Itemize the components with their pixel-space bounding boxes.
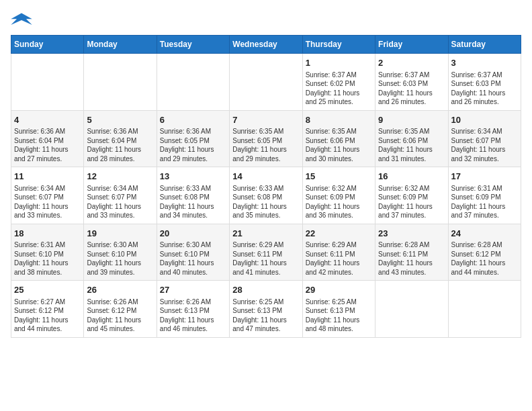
day-number: 19	[87, 228, 153, 240]
cell-content: Sunrise: 6:30 AM Sunset: 6:10 PM Dayligh…	[160, 240, 226, 277]
day-number: 3	[451, 57, 518, 69]
calendar-cell: 17Sunrise: 6:31 AM Sunset: 6:09 PM Dayli…	[448, 167, 521, 224]
day-number: 7	[232, 114, 299, 126]
calendar-cell: 20Sunrise: 6:30 AM Sunset: 6:10 PM Dayli…	[157, 224, 229, 281]
day-number: 10	[451, 114, 518, 126]
cell-content: Sunrise: 6:36 AM Sunset: 6:05 PM Dayligh…	[160, 127, 226, 163]
cell-content: Sunrise: 6:36 AM Sunset: 6:04 PM Dayligh…	[14, 127, 81, 163]
calendar-cell: 13Sunrise: 6:33 AM Sunset: 6:08 PM Dayli…	[157, 167, 229, 224]
cell-content: Sunrise: 6:35 AM Sunset: 6:05 PM Dayligh…	[232, 127, 299, 163]
weekday-header-saturday: Saturday	[448, 36, 521, 54]
calendar-cell	[375, 281, 448, 338]
cell-content: Sunrise: 6:35 AM Sunset: 6:06 PM Dayligh…	[378, 127, 445, 163]
calendar-cell: 24Sunrise: 6:28 AM Sunset: 6:12 PM Dayli…	[448, 224, 521, 281]
day-number: 9	[378, 114, 445, 126]
cell-content: Sunrise: 6:34 AM Sunset: 6:07 PM Dayligh…	[87, 184, 153, 220]
cell-content: Sunrise: 6:28 AM Sunset: 6:11 PM Dayligh…	[378, 240, 445, 277]
day-number: 12	[87, 171, 153, 183]
day-number: 18	[14, 228, 81, 240]
day-number: 14	[232, 171, 299, 183]
calendar-cell: 23Sunrise: 6:28 AM Sunset: 6:11 PM Dayli…	[375, 224, 448, 281]
calendar-cell	[157, 54, 229, 111]
calendar-table: SundayMondayTuesdayWednesdayThursdayFrid…	[11, 35, 521, 338]
cell-content: Sunrise: 6:31 AM Sunset: 6:09 PM Dayligh…	[451, 184, 518, 220]
cell-content: Sunrise: 6:28 AM Sunset: 6:12 PM Dayligh…	[451, 240, 518, 277]
calendar-cell: 11Sunrise: 6:34 AM Sunset: 6:07 PM Dayli…	[11, 167, 84, 224]
cell-content: Sunrise: 6:29 AM Sunset: 6:11 PM Dayligh…	[306, 240, 372, 277]
calendar-cell: 22Sunrise: 6:29 AM Sunset: 6:11 PM Dayli…	[302, 224, 375, 281]
day-number: 1	[306, 57, 372, 69]
calendar-cell: 14Sunrise: 6:33 AM Sunset: 6:08 PM Dayli…	[230, 167, 302, 224]
day-number: 20	[160, 228, 226, 240]
day-number: 27	[160, 284, 226, 296]
day-number: 2	[378, 57, 445, 69]
cell-content: Sunrise: 6:29 AM Sunset: 6:11 PM Dayligh…	[232, 240, 299, 277]
calendar-cell: 15Sunrise: 6:32 AM Sunset: 6:09 PM Dayli…	[302, 167, 375, 224]
cell-content: Sunrise: 6:25 AM Sunset: 6:13 PM Dayligh…	[306, 298, 372, 334]
cell-content: Sunrise: 6:35 AM Sunset: 6:06 PM Dayligh…	[306, 127, 372, 163]
cell-content: Sunrise: 6:37 AM Sunset: 6:02 PM Dayligh…	[306, 71, 372, 107]
weekday-header-friday: Friday	[375, 36, 448, 54]
calendar-cell: 18Sunrise: 6:31 AM Sunset: 6:10 PM Dayli…	[11, 224, 84, 281]
cell-content: Sunrise: 6:34 AM Sunset: 6:07 PM Dayligh…	[14, 184, 81, 220]
day-number: 28	[232, 284, 299, 296]
weekday-header-sunday: Sunday	[11, 36, 84, 54]
day-number: 13	[160, 171, 226, 183]
calendar-cell	[84, 54, 157, 111]
weekday-header-tuesday: Tuesday	[157, 36, 229, 54]
cell-content: Sunrise: 6:27 AM Sunset: 6:12 PM Dayligh…	[14, 298, 81, 334]
calendar-cell: 19Sunrise: 6:30 AM Sunset: 6:10 PM Dayli…	[84, 224, 157, 281]
logo	[11, 11, 35, 30]
weekday-header-wednesday: Wednesday	[230, 36, 302, 54]
calendar-cell	[230, 54, 302, 111]
calendar-cell: 10Sunrise: 6:34 AM Sunset: 6:07 PM Dayli…	[448, 110, 521, 167]
cell-content: Sunrise: 6:30 AM Sunset: 6:10 PM Dayligh…	[87, 240, 153, 277]
logo-icon	[11, 11, 32, 30]
day-number: 22	[306, 228, 372, 240]
day-number: 25	[14, 284, 81, 296]
calendar-cell: 8Sunrise: 6:35 AM Sunset: 6:06 PM Daylig…	[302, 110, 375, 167]
calendar-cell: 28Sunrise: 6:25 AM Sunset: 6:13 PM Dayli…	[230, 281, 302, 338]
calendar-cell: 7Sunrise: 6:35 AM Sunset: 6:05 PM Daylig…	[230, 110, 302, 167]
cell-content: Sunrise: 6:36 AM Sunset: 6:04 PM Dayligh…	[87, 127, 153, 163]
day-number: 4	[14, 114, 81, 126]
cell-content: Sunrise: 6:33 AM Sunset: 6:08 PM Dayligh…	[160, 184, 226, 220]
day-number: 23	[378, 228, 445, 240]
cell-content: Sunrise: 6:37 AM Sunset: 6:03 PM Dayligh…	[451, 71, 518, 107]
calendar-row-4: 25Sunrise: 6:27 AM Sunset: 6:12 PM Dayli…	[11, 281, 521, 338]
day-number: 5	[87, 114, 153, 126]
day-number: 16	[378, 171, 445, 183]
calendar-cell: 29Sunrise: 6:25 AM Sunset: 6:13 PM Dayli…	[302, 281, 375, 338]
cell-content: Sunrise: 6:33 AM Sunset: 6:08 PM Dayligh…	[232, 184, 299, 220]
calendar-cell: 26Sunrise: 6:26 AM Sunset: 6:12 PM Dayli…	[84, 281, 157, 338]
day-number: 11	[14, 171, 81, 183]
calendar-row-2: 11Sunrise: 6:34 AM Sunset: 6:07 PM Dayli…	[11, 167, 521, 224]
calendar-cell: 1Sunrise: 6:37 AM Sunset: 6:02 PM Daylig…	[302, 54, 375, 111]
day-number: 17	[451, 171, 518, 183]
cell-content: Sunrise: 6:34 AM Sunset: 6:07 PM Dayligh…	[451, 127, 518, 163]
cell-content: Sunrise: 6:37 AM Sunset: 6:03 PM Dayligh…	[378, 71, 445, 107]
cell-content: Sunrise: 6:26 AM Sunset: 6:12 PM Dayligh…	[87, 298, 153, 334]
header	[11, 11, 521, 30]
calendar-cell: 12Sunrise: 6:34 AM Sunset: 6:07 PM Dayli…	[84, 167, 157, 224]
calendar-cell: 3Sunrise: 6:37 AM Sunset: 6:03 PM Daylig…	[448, 54, 521, 111]
calendar-cell: 25Sunrise: 6:27 AM Sunset: 6:12 PM Dayli…	[11, 281, 84, 338]
calendar-row-0: 1Sunrise: 6:37 AM Sunset: 6:02 PM Daylig…	[11, 54, 521, 111]
day-number: 24	[451, 228, 518, 240]
day-number: 6	[160, 114, 226, 126]
day-number: 15	[306, 171, 372, 183]
calendar-cell: 4Sunrise: 6:36 AM Sunset: 6:04 PM Daylig…	[11, 110, 84, 167]
calendar-cell: 9Sunrise: 6:35 AM Sunset: 6:06 PM Daylig…	[375, 110, 448, 167]
cell-content: Sunrise: 6:26 AM Sunset: 6:13 PM Dayligh…	[160, 298, 226, 334]
weekday-header-monday: Monday	[84, 36, 157, 54]
calendar-cell: 6Sunrise: 6:36 AM Sunset: 6:05 PM Daylig…	[157, 110, 229, 167]
calendar-cell	[11, 54, 84, 111]
calendar-row-1: 4Sunrise: 6:36 AM Sunset: 6:04 PM Daylig…	[11, 110, 521, 167]
day-number: 8	[306, 114, 372, 126]
cell-content: Sunrise: 6:25 AM Sunset: 6:13 PM Dayligh…	[232, 298, 299, 334]
calendar-row-3: 18Sunrise: 6:31 AM Sunset: 6:10 PM Dayli…	[11, 224, 521, 281]
calendar-cell	[448, 281, 521, 338]
calendar-cell: 2Sunrise: 6:37 AM Sunset: 6:03 PM Daylig…	[375, 54, 448, 111]
day-number: 26	[87, 284, 153, 296]
calendar-cell: 16Sunrise: 6:32 AM Sunset: 6:09 PM Dayli…	[375, 167, 448, 224]
